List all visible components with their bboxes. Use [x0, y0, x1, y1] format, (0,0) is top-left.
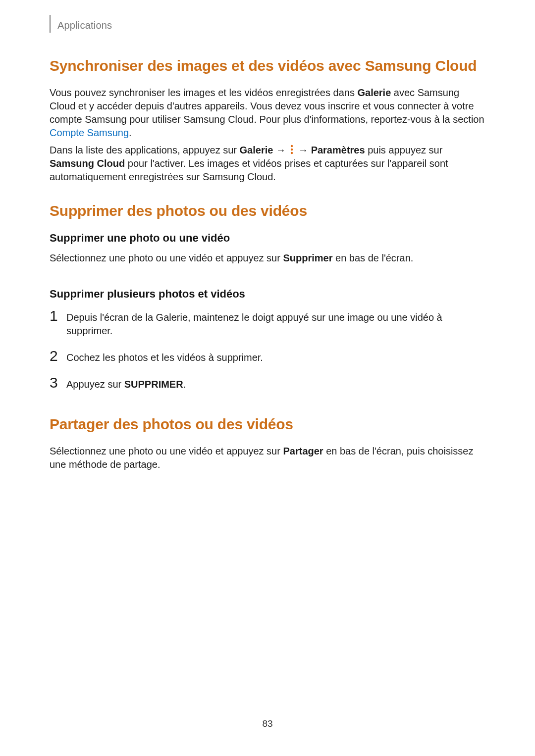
text: puis appuyez sur: [365, 145, 443, 155]
arrow-icon: →: [296, 145, 311, 155]
text: .: [183, 379, 186, 390]
step-item: 2 Cochez les photos et les vidéos à supp…: [50, 349, 485, 364]
link-compte-samsung[interactable]: Compte Samsung: [50, 127, 129, 138]
bold-partager: Partager: [283, 446, 323, 456]
text: .: [129, 127, 132, 138]
more-options-icon: [290, 145, 295, 154]
bold-settings: Paramètres: [311, 145, 365, 155]
step-text: Cochez les photos et les vidéos à suppri…: [66, 349, 263, 364]
text: en bas de l'écran.: [333, 252, 414, 263]
paragraph-sync-2: Dans la liste des applications, appuyez …: [50, 144, 485, 184]
header-rule: [50, 15, 51, 33]
svg-point-2: [290, 151, 292, 153]
step-number: 3: [50, 375, 66, 390]
bold-gallery: Galerie: [357, 87, 391, 98]
text: Sélectionnez une photo ou une vidéo et a…: [50, 252, 283, 263]
paragraph-sync-1: Vous pouvez synchroniser les images et l…: [50, 86, 485, 140]
step-number: 2: [50, 349, 66, 363]
step-item: 1 Depuis l'écran de la Galerie, maintene…: [50, 308, 485, 338]
page-number: 83: [0, 718, 535, 729]
paragraph-delete-one: Sélectionnez une photo ou une vidéo et a…: [50, 252, 485, 265]
bold-supprimer-caps: SUPPRIMER: [124, 379, 183, 390]
text: Dans la liste des applications, appuyez …: [50, 145, 240, 155]
step-text: Depuis l'écran de la Galerie, maintenez …: [66, 309, 485, 338]
step-item: 3 Appuyez sur SUPPRIMER.: [50, 375, 485, 391]
heading-delete: Supprimer des photos ou des vidéos: [50, 202, 485, 220]
subheading-delete-one: Supprimer une photo ou une vidéo: [50, 232, 485, 245]
header-section-label: Applications: [57, 20, 112, 31]
heading-sync-cloud: Synchroniser des images et des vidéos av…: [50, 56, 485, 75]
paragraph-share: Sélectionnez une photo ou une vidéo et a…: [50, 445, 485, 471]
svg-point-0: [290, 145, 292, 147]
page-header: Applications: [50, 19, 485, 32]
svg-point-1: [290, 148, 292, 150]
bold-samsung-cloud: Samsung Cloud: [50, 158, 125, 169]
text: Appuyez sur: [66, 379, 124, 390]
steps-list: 1 Depuis l'écran de la Galerie, maintene…: [50, 308, 485, 391]
text: Vous pouvez synchroniser les images et l…: [50, 87, 357, 98]
text: Sélectionnez une photo ou une vidéo et a…: [50, 446, 283, 456]
bold-supprimer: Supprimer: [283, 252, 332, 263]
bold-gallery: Galerie: [240, 145, 273, 155]
subheading-delete-many: Supprimer plusieurs photos et vidéos: [50, 288, 485, 301]
arrow-icon: →: [273, 145, 288, 155]
step-text: Appuyez sur SUPPRIMER.: [66, 376, 186, 391]
step-number: 1: [50, 308, 66, 323]
heading-share: Partager des photos ou des vidéos: [50, 415, 485, 434]
document-page: Applications Synchroniser des images et …: [0, 0, 535, 756]
